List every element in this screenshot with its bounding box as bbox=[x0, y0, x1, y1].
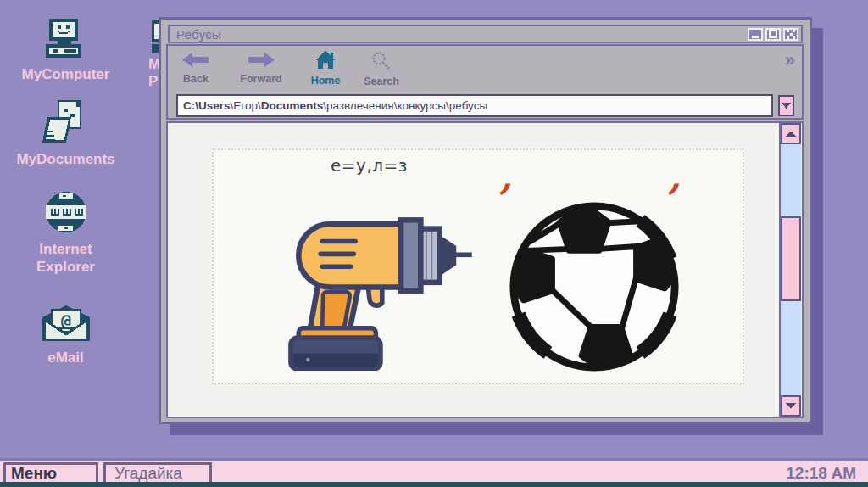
address-segment: C:\Users bbox=[183, 99, 231, 112]
desktop-icon-my-computer[interactable]: MyComputer bbox=[8, 19, 123, 83]
rebus-comma-2: , bbox=[669, 169, 682, 186]
desktop-icon-label: MyComputer bbox=[8, 65, 123, 83]
maximize-button[interactable] bbox=[765, 28, 781, 41]
window-titlebar[interactable]: Ребусы bbox=[168, 25, 803, 43]
maximize-icon bbox=[767, 30, 779, 39]
chevron-up-icon bbox=[785, 130, 797, 137]
taskbar: Меню Угадайка 12:18 AM bbox=[0, 458, 868, 482]
home-button[interactable]: Home bbox=[298, 51, 353, 87]
close-icon bbox=[785, 30, 797, 39]
browser-toolbar: Back Forward Home Search » bbox=[166, 44, 804, 120]
address-segment: \Егор\ bbox=[231, 99, 261, 112]
forward-arrow-icon bbox=[246, 51, 276, 68]
desktop-icon-email[interactable]: @ eMail bbox=[8, 305, 123, 367]
drill-image bbox=[275, 213, 474, 374]
scrollbar-thumb[interactable] bbox=[781, 216, 801, 301]
desktop-icon-label: MyDocuments bbox=[8, 150, 123, 168]
computer-icon bbox=[44, 19, 88, 59]
globe-icon bbox=[44, 190, 88, 234]
scroll-down-button[interactable] bbox=[781, 395, 801, 417]
search-button[interactable]: Search bbox=[354, 51, 409, 87]
envelope-icon: @ bbox=[42, 305, 90, 343]
address-bar-dropdown-button[interactable] bbox=[778, 95, 794, 116]
address-segment: \развлечения\конкурсы\ребусы bbox=[323, 99, 487, 112]
chevron-down-icon bbox=[785, 402, 797, 410]
rebus-caption: е=у,л=з bbox=[331, 155, 408, 176]
vertical-scrollbar[interactable] bbox=[779, 123, 801, 417]
desktop-icon-internet-explorer[interactable]: Internet Explorer bbox=[8, 190, 123, 276]
svg-text:@: @ bbox=[60, 311, 70, 331]
documents-icon bbox=[42, 100, 90, 144]
rebus-comma-1: , bbox=[500, 169, 513, 186]
close-button[interactable] bbox=[783, 28, 798, 41]
window-title: Ребусы bbox=[176, 27, 745, 42]
rebus-puzzle-card: е=у,л=з , , bbox=[212, 148, 744, 384]
home-icon bbox=[314, 51, 337, 70]
browser-content-area: е=у,л=з , , bbox=[166, 121, 804, 418]
scroll-up-button[interactable] bbox=[781, 123, 801, 144]
minimize-button[interactable] bbox=[748, 28, 763, 41]
bottom-edge-strip bbox=[0, 482, 868, 487]
desktop-icon-label: Internet Explorer bbox=[24, 240, 108, 276]
minimize-icon bbox=[749, 30, 761, 39]
chevron-down-icon bbox=[781, 102, 792, 109]
address-bar-input[interactable]: C:\Users\Егор\Documents\развлечения\конк… bbox=[176, 94, 773, 117]
back-arrow-icon bbox=[181, 51, 211, 68]
search-icon bbox=[370, 51, 392, 70]
desktop-icon-my-documents[interactable]: MyDocuments bbox=[8, 100, 123, 168]
desktop-icon-label: eMail bbox=[8, 349, 123, 367]
rebus-window: Ребусы Back bbox=[159, 17, 812, 424]
address-segment: Documents bbox=[261, 99, 324, 112]
toolbar-overflow-chevron-icon[interactable]: » bbox=[785, 49, 795, 71]
taskbar-clock: 12:18 AM bbox=[786, 464, 856, 483]
back-button[interactable]: Back bbox=[169, 51, 223, 85]
forward-button[interactable]: Forward bbox=[234, 51, 288, 85]
soccer-ball-image bbox=[502, 193, 687, 384]
